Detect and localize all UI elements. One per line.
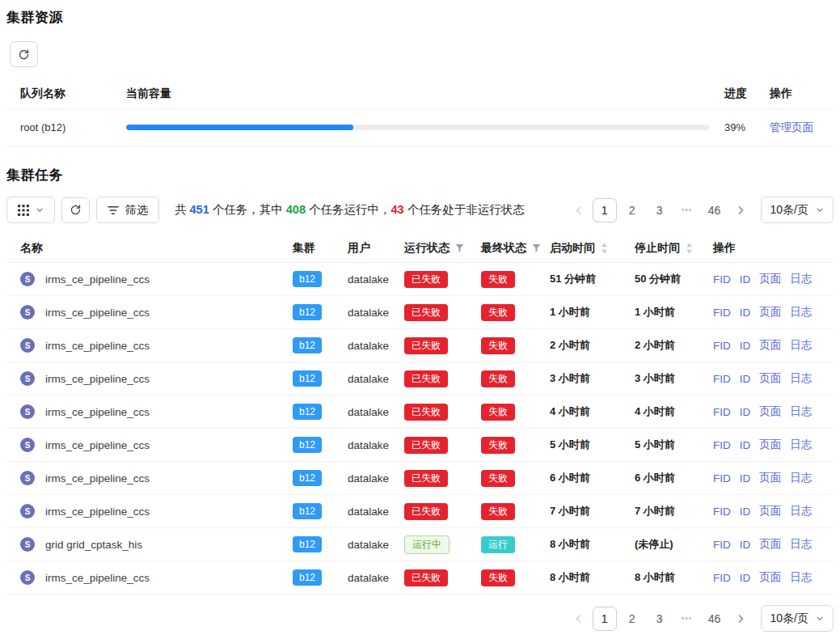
progress-percent: 39% (712, 121, 764, 133)
resources-refresh-button[interactable] (10, 41, 38, 67)
action-link-页面[interactable]: 页面 (759, 338, 781, 353)
final-status-cell: 运行 (475, 536, 543, 553)
action-link-日志[interactable]: 日志 (790, 338, 812, 353)
final-status-badge: 失败 (481, 503, 515, 520)
pagination-ellipsis[interactable]: ••• (675, 198, 699, 222)
pagination-prev-icon[interactable] (568, 198, 589, 222)
cluster-tag: b12 (293, 304, 322, 320)
task-actions: FIDID页面日志 (707, 504, 834, 518)
action-link-id[interactable]: ID (740, 472, 751, 485)
action-link-id[interactable]: ID (740, 439, 751, 451)
table-row: S irms_ce_pipeline_ccs b12 datalake 已失败 … (6, 329, 834, 362)
tasks-refresh-button[interactable] (61, 197, 90, 223)
action-link-id[interactable]: ID (740, 406, 751, 418)
action-link-日志[interactable]: 日志 (790, 570, 812, 585)
action-link-fid[interactable]: FID (713, 406, 731, 418)
action-link-页面[interactable]: 页面 (759, 438, 781, 452)
action-link-id[interactable]: ID (740, 572, 751, 584)
pagination-page-1[interactable]: 1 (593, 607, 617, 631)
cluster-cell: b12 (286, 536, 341, 552)
task-name: irms_ce_pipeline_ccs (45, 273, 150, 286)
action-link-日志[interactable]: 日志 (790, 404, 812, 419)
action-link-id[interactable]: ID (740, 506, 751, 518)
task-name: irms_ce_pipeline_ccs (45, 572, 150, 584)
pagination-prev-icon[interactable] (568, 607, 589, 631)
action-link-日志[interactable]: 日志 (790, 305, 812, 320)
run-status-badge: 已失败 (404, 569, 448, 586)
column-header-action: 操作 (764, 87, 834, 101)
action-link-页面[interactable]: 页面 (759, 570, 781, 585)
pagination-page-46[interactable]: 46 (703, 198, 727, 222)
run-status-cell: 已失败 (398, 569, 475, 586)
action-link-日志[interactable]: 日志 (790, 371, 812, 386)
summary-plain: 个任务，其中 (209, 203, 286, 216)
run-status-cell: 已失败 (398, 271, 475, 288)
column-header-start-time[interactable]: 启动时间 (543, 241, 628, 256)
pagination-page-3[interactable]: 3 (648, 607, 672, 631)
filter-funnel-icon[interactable] (455, 243, 464, 252)
spark-avatar-icon: S (20, 305, 35, 320)
action-link-fid[interactable]: FID (713, 572, 731, 584)
pagination-next-icon[interactable] (730, 198, 751, 222)
sort-icon[interactable] (686, 243, 693, 254)
run-status-cell: 已失败 (398, 337, 475, 354)
pagination-page-46[interactable]: 46 (703, 607, 727, 631)
column-header-final-status: 最终状态 (475, 241, 543, 256)
action-link-fid[interactable]: FID (713, 273, 731, 286)
name-cell: S grid grid_cptask_his (6, 537, 286, 552)
action-link-id[interactable]: ID (740, 307, 751, 319)
page-size-select[interactable]: 10条/页 (761, 197, 834, 223)
table-row: S irms_ce_pipeline_ccs b12 datalake 已失败 … (6, 429, 834, 462)
page-size-select[interactable]: 10条/页 (761, 605, 834, 632)
manage-page-link[interactable]: 管理页面 (770, 121, 813, 135)
action-link-fid[interactable]: FID (713, 439, 731, 451)
action-link-fid[interactable]: FID (713, 506, 731, 518)
action-link-页面[interactable]: 页面 (759, 404, 781, 419)
pagination-page-2[interactable]: 2 (620, 607, 644, 631)
table-row: S irms_ce_pipeline_ccs b12 datalake 已失败 … (6, 396, 834, 429)
action-link-日志[interactable]: 日志 (790, 504, 812, 518)
action-link-id[interactable]: ID (740, 273, 751, 286)
action-link-日志[interactable]: 日志 (790, 537, 812, 552)
final-status-badge: 失败 (481, 271, 515, 288)
action-link-页面[interactable]: 页面 (759, 272, 781, 286)
action-link-fid[interactable]: FID (713, 307, 731, 319)
action-link-fid[interactable]: FID (713, 539, 731, 551)
cluster-cell: b12 (286, 437, 341, 453)
action-link-id[interactable]: ID (740, 373, 751, 385)
column-header-capacity: 当前容量 (120, 87, 712, 101)
action-link-fid[interactable]: FID (713, 472, 731, 485)
spark-avatar-icon: S (20, 570, 35, 585)
spark-avatar-icon: S (20, 438, 35, 452)
action-link-日志[interactable]: 日志 (790, 471, 812, 485)
column-header-user: 用户 (341, 241, 398, 256)
action-link-页面[interactable]: 页面 (759, 504, 781, 518)
pagination-next-icon[interactable] (730, 607, 751, 631)
run-status-badge: 运行中 (404, 535, 450, 554)
action-link-页面[interactable]: 页面 (759, 537, 781, 552)
action-link-页面[interactable]: 页面 (759, 471, 781, 485)
action-link-fid[interactable]: FID (713, 340, 731, 352)
action-link-id[interactable]: ID (740, 539, 751, 551)
action-link-日志[interactable]: 日志 (790, 438, 812, 452)
pagination-ellipsis[interactable]: ••• (675, 607, 699, 631)
filter-funnel-icon[interactable] (532, 243, 541, 252)
sort-icon[interactable] (601, 243, 608, 254)
summary-total: 451 (190, 203, 209, 216)
task-user: datalake (341, 307, 398, 319)
filter-button[interactable]: 筛选 (96, 197, 159, 223)
action-link-fid[interactable]: FID (713, 373, 731, 385)
action-link-日志[interactable]: 日志 (790, 272, 812, 286)
resources-title: 集群资源 (6, 8, 834, 27)
pagination-page-1[interactable]: 1 (593, 198, 617, 222)
column-header-stop-time[interactable]: 停止时间 (628, 241, 707, 256)
pagination-page-2[interactable]: 2 (620, 198, 644, 222)
action-link-页面[interactable]: 页面 (759, 371, 781, 386)
action-link-id[interactable]: ID (740, 340, 751, 352)
pagination-page-3[interactable]: 3 (648, 198, 672, 222)
task-name: irms_ce_pipeline_ccs (45, 340, 150, 352)
name-cell: S irms_ce_pipeline_ccs (6, 404, 286, 419)
layout-dropdown-button[interactable] (6, 197, 55, 223)
name-cell: S irms_ce_pipeline_ccs (6, 305, 286, 320)
action-link-页面[interactable]: 页面 (759, 305, 781, 320)
